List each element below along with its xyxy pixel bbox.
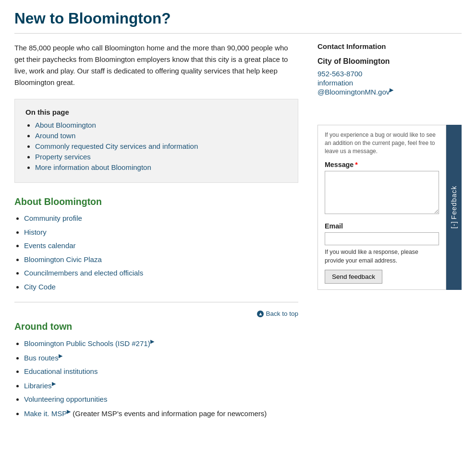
required-star: *	[355, 161, 358, 168]
email-input[interactable]	[325, 232, 439, 245]
back-to-top-row: ▲ Back to top	[14, 310, 298, 317]
list-item: Around town	[35, 132, 287, 140]
around-town-list: Bloomington Public Schools (ISD #271)▶ B…	[14, 338, 298, 419]
around-link-public-schools[interactable]: Bloomington Public Schools (ISD #271)▶	[24, 339, 154, 347]
list-item: Educational institutions	[24, 366, 298, 377]
about-link-councilmembers[interactable]: Councilmembers and elected officials	[24, 269, 143, 277]
external-link-icon: ▶	[59, 353, 62, 359]
about-link-civic-plaza[interactable]: Bloomington Civic Plaza	[24, 255, 102, 263]
list-item: Property services	[35, 153, 287, 161]
email-line2: @BloomingtonMN.gov▶	[317, 88, 393, 96]
list-item: Commonly requested City services and inf…	[35, 142, 287, 150]
feedback-form-box: If you experience a bug or would like to…	[317, 125, 446, 290]
make-it-msp-suffix: (Greater MSP's events and information pa…	[73, 409, 267, 418]
on-this-page-link-5[interactable]: More information about Bloomington	[35, 163, 151, 171]
on-this-page-link-4[interactable]: Property services	[35, 153, 91, 161]
page-title: New to Bloomington?	[14, 10, 462, 27]
city-name: City of Bloomington	[317, 57, 462, 66]
on-this-page-list: About Bloomington Around town Commonly r…	[25, 121, 287, 171]
intro-text: The 85,000 people who call Bloomington h…	[14, 42, 298, 88]
contact-phone-link[interactable]: 952-563-8700	[317, 70, 462, 78]
on-this-page-link-1[interactable]: About Bloomington	[35, 121, 96, 129]
right-column: Contact Information City of Bloomington …	[317, 42, 462, 290]
around-town-heading: Around town	[14, 321, 298, 332]
contact-info-section: Contact Information City of Bloomington …	[317, 42, 462, 96]
list-item: Volunteering opportunities	[24, 394, 298, 405]
on-this-page-box: On this page About Bloomington Around to…	[14, 99, 298, 183]
feedback-tab-label: [-]	[450, 221, 458, 229]
list-item: About Bloomington	[35, 121, 287, 129]
contact-info-heading: Contact Information	[317, 42, 462, 50]
list-item: History	[24, 227, 298, 238]
on-this-page-heading: On this page	[25, 108, 287, 116]
on-this-page-link-3[interactable]: Commonly requested City services and inf…	[35, 142, 198, 150]
back-to-top-link[interactable]: ▲ Back to top	[257, 310, 298, 317]
feedback-tab[interactable]: [-] Feedback	[446, 125, 462, 290]
list-item: Bloomington Public Schools (ISD #271)▶	[24, 338, 298, 349]
external-link-icon: ▶	[52, 381, 56, 386]
around-link-educational-institutions[interactable]: Educational institutions	[24, 367, 98, 375]
about-link-city-code[interactable]: City Code	[24, 283, 56, 291]
external-link-icon: ▶	[67, 408, 71, 414]
list-item: Community profile	[24, 213, 298, 224]
arrow-circle-icon: ▲	[257, 311, 264, 317]
about-link-history[interactable]: History	[24, 228, 47, 236]
feedback-hint-text: If you experience a bug or would like to…	[325, 131, 439, 155]
around-link-bus-routes[interactable]: Bus routes▶	[24, 354, 62, 362]
about-bloomington-list: Community profile History Events calenda…	[14, 213, 298, 292]
contact-email-link[interactable]: information @BloomingtonMN.gov▶	[317, 79, 462, 96]
list-item: More information about Bloomington	[35, 163, 287, 171]
email-hint-text: If you would like a response, please pro…	[325, 248, 439, 264]
message-label: Message*	[325, 161, 439, 168]
about-link-events-calendar[interactable]: Events calendar	[24, 241, 76, 250]
message-textarea[interactable]	[325, 171, 439, 214]
list-item: Bloomington Civic Plaza	[24, 254, 298, 265]
left-column: The 85,000 people who call Bloomington h…	[14, 42, 298, 429]
around-link-libraries[interactable]: Libraries▶	[24, 382, 56, 390]
about-link-community-profile[interactable]: Community profile	[24, 214, 82, 222]
external-link-icon: ▶	[150, 338, 154, 344]
title-divider	[14, 33, 462, 34]
send-feedback-button[interactable]: Send feedback	[325, 270, 382, 284]
section-divider	[14, 302, 298, 302]
email-line1: information	[317, 79, 353, 87]
on-this-page-link-2[interactable]: Around town	[35, 132, 75, 140]
list-item: Make it. MSP▶ (Greater MSP's events and …	[24, 408, 298, 419]
feedback-tab-text: [-] Feedback	[450, 186, 458, 228]
email-ext-icon: ▶	[390, 87, 393, 93]
around-link-volunteering[interactable]: Volunteering opportunities	[24, 395, 107, 403]
list-item: Bus routes▶	[24, 352, 298, 364]
back-to-top-label: Back to top	[266, 310, 298, 317]
list-item: Councilmembers and elected officials	[24, 268, 298, 279]
around-link-make-it-msp[interactable]: Make it. MSP▶	[24, 409, 71, 418]
about-bloomington-heading: About Bloomington	[14, 196, 298, 207]
list-item: City Code	[24, 282, 298, 293]
list-item: Libraries▶	[24, 380, 298, 392]
email-label: Email	[325, 222, 439, 230]
list-item: Events calendar	[24, 240, 298, 251]
feedback-sidebar: If you experience a bug or would like to…	[317, 125, 462, 290]
